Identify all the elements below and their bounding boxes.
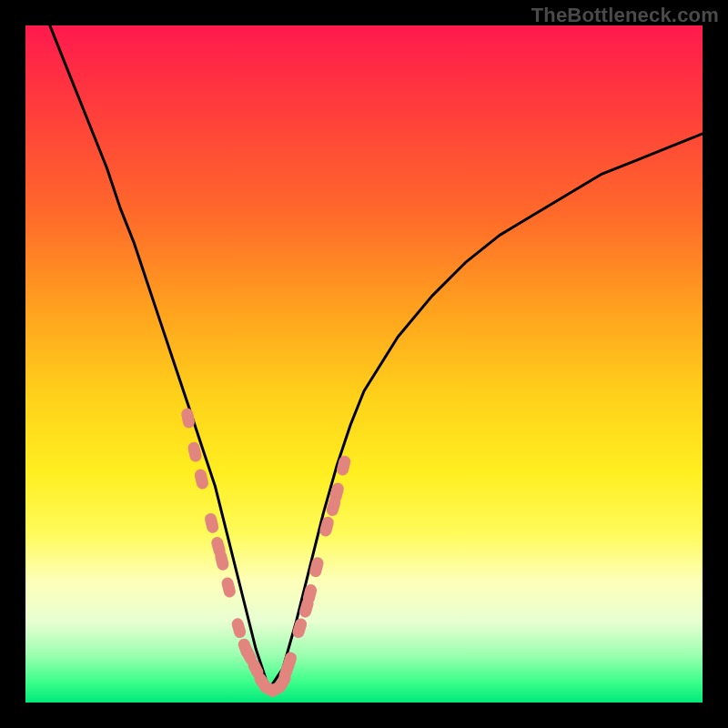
bead-marker — [220, 576, 237, 598]
bead-marker — [204, 512, 220, 534]
chart-plot-area — [25, 25, 703, 703]
chart-svg — [25, 25, 703, 703]
watermark-text: TheBottleneck.com — [531, 4, 719, 27]
bead-marker — [194, 468, 210, 490]
bead-marker — [291, 617, 308, 640]
bead-markers — [180, 407, 352, 698]
chart-frame: TheBottleneck.com — [0, 0, 728, 728]
bead-marker — [230, 617, 247, 640]
bottleneck-curve — [25, 25, 703, 689]
bead-marker — [180, 407, 196, 429]
bead-marker — [336, 454, 352, 476]
